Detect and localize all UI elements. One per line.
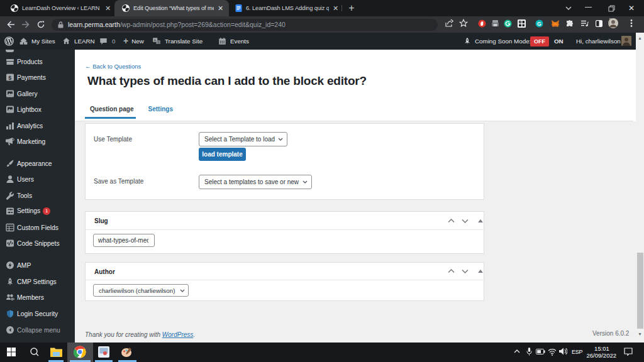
svg-text:G: G	[537, 21, 541, 27]
svg-text:文: 文	[157, 41, 160, 44]
svg-text:$: $	[8, 75, 11, 81]
svg-text:A: A	[153, 38, 156, 42]
